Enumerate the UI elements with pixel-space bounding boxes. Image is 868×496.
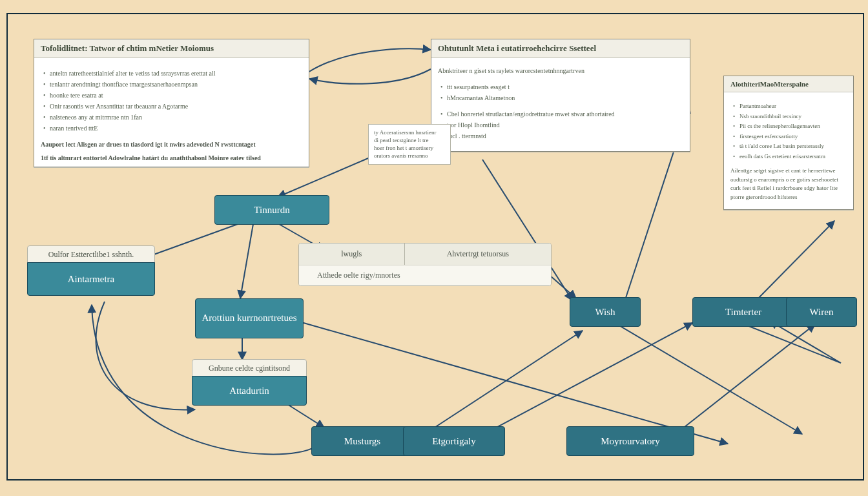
tab-lwugls[interactable]: lwugls [299, 243, 405, 265]
panel-right-title: Ohtutunlt Meta i eutatirroehehcirre Sset… [431, 39, 690, 58]
panel-side-title: AlothiteriMaoMterspalne [724, 76, 853, 92]
node-aintarmetra[interactable]: Aintarmetra [27, 262, 155, 296]
tab-row: lwugls Ahvtertrgt tetuorsus Atthede oelt… [298, 243, 552, 286]
node-wiren[interactable]: Wiren [786, 297, 857, 327]
panel-right: Ohtutunlt Meta i eutatirroehehcirre Sset… [431, 39, 690, 152]
panel-side-bullet: firstesgeet esfercsartiotty [733, 132, 847, 141]
note-box: ty Acceratisersnn hnsrtienr di peatl tec… [368, 124, 451, 165]
note-line: ty Acceratisersnn hnsrtienr [374, 129, 445, 136]
panel-right-body: Abnktriteer n giset sts raylets warorcst… [431, 58, 690, 151]
note-line: orators avanis rresanno [374, 152, 445, 160]
note-line: hoer fron het t amortisery [374, 144, 445, 152]
node-tinnurdn[interactable]: Tinnurdn [214, 195, 329, 225]
node-aintarmetra-label: Oulfor Estterctlibe1 sshnth. [27, 245, 155, 264]
tab-ahvtertrgt[interactable]: Ahvtertrgt tetuorsus [405, 243, 551, 265]
panel-side: AlothiteriMaoMterspalne Partantmoaheur N… [723, 76, 854, 210]
panel-right-item: fncl . ttermnstd [440, 131, 683, 141]
node-musturgs[interactable]: Musturgs [311, 426, 413, 456]
panel-left: Tofolidlitnet: Tatwor of chtim mNetier M… [34, 39, 309, 167]
node-arottiun[interactable]: Arottiun kurrnonrtretues [195, 298, 304, 338]
panel-right-item: Cbel honrertel strutlactan/engiodrettrat… [440, 109, 683, 119]
panel-side-bullet: Partantmoaheur [733, 102, 847, 111]
panel-left-bullet: hoonke tere esatra at [43, 90, 302, 100]
panel-side-body: Partantmoaheur Nsb sraondithbuil tecsinc… [724, 92, 853, 209]
panel-left-bullet: tenlantr arendtningt thontfiace tmargest… [43, 79, 302, 89]
panel-side-bullet: eeolh dats Gs ertetient erisarstersntm [733, 152, 847, 161]
diagram-frame: Tofolidlitnet: Tatwor of chtim mNetier M… [6, 13, 864, 480]
panel-left-bullet: nalsteneos any at mitrmrae ntn 1fan [43, 112, 302, 122]
tab-subbar: Atthede oelte rigy/mnortes [299, 265, 551, 285]
node-etgortigaly[interactable]: Etgortigaly [403, 426, 505, 456]
panel-right-bullet: ttt sesurpatnents essget t [440, 82, 683, 92]
node-attadurtin-label: Gnbune celdte cgintitsond [192, 359, 307, 377]
panel-right-bullet: hMncamantas Altametnon [440, 93, 683, 103]
node-wish[interactable]: Wish [570, 297, 641, 327]
node-attadurtin[interactable]: Attadurtin [192, 376, 307, 406]
panel-left-emph: Aauport lect Alisgen ar drues tn tiasdor… [41, 140, 302, 149]
panel-right-lead: Abnktriteer n giset sts raylets warorcst… [438, 66, 683, 76]
panel-side-bullet: Nsb sraondithbuil tecsincy [733, 112, 847, 121]
node-moyrourvatory[interactable]: Moyrourvatory [566, 426, 694, 456]
panel-side-paragraph: Ailenttge setgrt sigstve et cant te hern… [730, 167, 847, 202]
note-line: di peatl tecstginne lt tre [374, 136, 445, 144]
panel-side-bullet: Pii cs the relisnepherollagensavten [733, 122, 847, 131]
panel-left-bullet: naran tenrived tttE [43, 123, 302, 133]
panel-left-emph: 1tf tis altmrart enttortel Adowlralne ha… [41, 153, 302, 163]
panel-left-bullet: Onir rasontis wer Ansantittat tar tbeaua… [43, 101, 302, 111]
node-timterter[interactable]: Timterter [692, 297, 794, 327]
panel-left-title: Tofolidlitnet: Tatwor of chtim mNetier M… [34, 39, 309, 58]
panel-side-bullet: tà t i'ald coree Lat busin persterassly [733, 142, 847, 151]
panel-left-bullet: anteltn ratretheetstialnief alter te vet… [43, 68, 302, 78]
panel-right-item: tror Hlopl Ihomtlind [440, 120, 683, 130]
panel-left-body: anteltn ratretheetstialnief alter te vet… [34, 58, 309, 167]
